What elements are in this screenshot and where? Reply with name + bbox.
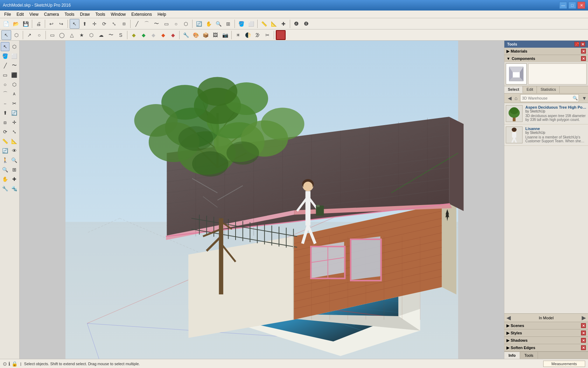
tape-btn[interactable]: 📏 — [259, 19, 268, 28]
circ2-btn[interactable]: ◯ — [57, 30, 66, 40]
circle-btn[interactable]: ○ — [172, 19, 181, 28]
rotate-tool[interactable]: ⟳ — [1, 127, 9, 136]
rect-btn[interactable]: ▭ — [162, 19, 171, 28]
circle-tool[interactable]: ○ — [1, 80, 9, 89]
eraser-tool[interactable]: ⬜ — [10, 52, 19, 61]
maximize-button[interactable]: □ — [568, 2, 576, 9]
paint-btn[interactable]: 🪣 — [237, 19, 246, 28]
bottom-tab-info[interactable]: Info — [504, 352, 520, 359]
open-button[interactable]: 📂 — [11, 19, 20, 28]
eraser-btn[interactable]: ⬜ — [246, 19, 255, 28]
ext-btn1[interactable]: 🅐 — [292, 19, 301, 28]
styles-section-header[interactable]: ▶ Styles ✕ — [504, 329, 588, 337]
zoom-extent-btn[interactable]: ⊞ — [224, 19, 233, 28]
menu-camera[interactable]: Camera — [41, 11, 62, 18]
redo-button[interactable]: ↪ — [57, 19, 66, 28]
tab-statistics[interactable]: Statistics — [537, 86, 560, 93]
scale-tool[interactable]: ⤡ — [10, 127, 19, 136]
push-pull-btn[interactable]: ⬆ — [80, 19, 89, 28]
scenes-section-header[interactable]: ▶ Scenes ✕ — [504, 322, 588, 329]
menu-draw[interactable]: Draw — [77, 11, 93, 18]
rect-tool[interactable]: ▭ — [1, 70, 9, 80]
orbit-btn[interactable]: 🔄 — [194, 19, 203, 28]
view-scene-btn[interactable]: 📷 — [220, 30, 230, 40]
text-tool[interactable]: A — [10, 89, 19, 98]
fill-tool[interactable]: ⬛ — [10, 70, 19, 80]
zoom-window-tool[interactable]: 🔍 — [1, 165, 9, 174]
freehand-tool[interactable]: 〜 — [10, 61, 19, 70]
search-btn[interactable]: 🔍 — [572, 95, 579, 102]
offset-btn[interactable]: ⧈ — [119, 19, 128, 28]
red-swatch-btn[interactable] — [276, 30, 286, 40]
diamond5-btn[interactable]: ◆ — [168, 30, 177, 40]
polygon-btn[interactable]: ⬡ — [181, 19, 190, 28]
polygon-tool[interactable]: ⬡ — [10, 80, 19, 89]
pan-tool[interactable]: ✋ — [1, 175, 9, 184]
menu-edit[interactable]: Edit — [14, 11, 27, 18]
walk-tool[interactable]: 🚶 — [1, 156, 9, 165]
scenes-close[interactable]: ✕ — [581, 323, 586, 328]
paint-tool[interactable]: 🪣 — [1, 52, 9, 61]
materials-header[interactable]: ▶ Materials ✕ — [504, 48, 588, 55]
orbit-tool[interactable]: 🔄 — [1, 146, 9, 155]
rotate-btn[interactable]: ⟳ — [100, 19, 109, 28]
minimize-button[interactable]: — — [559, 2, 567, 9]
menu-view[interactable]: View — [27, 11, 41, 18]
poly2-btn[interactable]: △ — [67, 30, 76, 40]
star-btn[interactable]: ★ — [77, 30, 86, 40]
scale-btn[interactable]: ⤡ — [110, 19, 119, 28]
hex-btn[interactable]: ⬡ — [87, 30, 96, 40]
pan-btn[interactable]: ✋ — [204, 19, 213, 28]
close-button[interactable]: ✕ — [578, 2, 585, 9]
warehouse-search-input[interactable] — [520, 95, 572, 101]
section-btn[interactable]: ✂ — [263, 30, 272, 40]
offset-tool[interactable]: ⧈ — [1, 118, 9, 127]
component-item-tree[interactable]: Aspen Deciduous Tree High Pol... by Sket… — [504, 103, 588, 124]
ext-btn2[interactable]: 🅑 — [302, 19, 311, 28]
component-item-person[interactable]: Lisanne by SketchUp Lisanne is a member … — [504, 124, 588, 146]
components-close-btn[interactable]: ✕ — [581, 56, 586, 61]
menu-tools[interactable]: Tools — [62, 11, 77, 18]
followme-tool[interactable]: 🔄 — [10, 108, 19, 117]
diamond4-btn[interactable]: ◆ — [159, 30, 168, 40]
component-btn[interactable]: ⬡ — [12, 30, 21, 40]
status-icon-2[interactable]: ℹ — [8, 361, 10, 367]
diamond2-btn[interactable]: ◆ — [139, 30, 148, 40]
select-tool[interactable]: ↖ — [1, 42, 9, 51]
menu-file[interactable]: File — [1, 11, 14, 18]
nav-home-btn[interactable]: ⌂ — [513, 95, 519, 101]
sun-btn[interactable]: ☀ — [233, 30, 243, 40]
sshape-btn[interactable]: S — [116, 30, 125, 40]
menu-extensions[interactable]: Extensions — [128, 11, 155, 18]
components-header[interactable]: ▼ Components ✕ — [504, 55, 588, 62]
tape-tool[interactable]: 📏 — [1, 137, 9, 146]
cloud-btn[interactable]: ☁ — [97, 30, 106, 40]
view-style-btn[interactable]: 🖼 — [211, 30, 220, 40]
shadows-close[interactable]: ✕ — [581, 338, 586, 343]
styles-close[interactable]: ✕ — [581, 330, 586, 335]
protractor-tool[interactable]: 📐 — [10, 137, 19, 146]
component-select-tool[interactable]: ⬡ — [10, 42, 19, 51]
shadows-section-header[interactable]: ▶ Shadows ✕ — [504, 337, 588, 344]
panel-back-icon[interactable]: ◀ — [506, 314, 511, 321]
soften-edges-section-header[interactable]: ▶ Soften Edges ✕ — [504, 344, 588, 352]
materials-close-btn[interactable]: ✕ — [581, 49, 586, 54]
rect2-btn[interactable]: ▭ — [48, 30, 57, 40]
addon-tool2[interactable]: 🔩 — [10, 184, 19, 193]
new-button[interactable]: 📄 — [1, 19, 10, 28]
status-icon-1[interactable]: ⊙ — [3, 361, 7, 367]
lasso-btn[interactable]: ○ — [35, 30, 44, 40]
fog-btn[interactable]: 🌫 — [253, 30, 262, 40]
select-tool-btn[interactable]: ↖ — [70, 19, 79, 29]
bottom-tab-tools[interactable]: Tools — [520, 352, 538, 359]
tools-panel-close[interactable]: ✕ — [580, 42, 585, 47]
protractor-btn[interactable]: 📐 — [269, 19, 278, 28]
tab-select[interactable]: Select — [504, 86, 523, 93]
menu-tools2[interactable]: Tools — [93, 11, 108, 18]
zoom-btn[interactable]: 🔍 — [214, 19, 223, 28]
select2-btn[interactable]: ↖ — [1, 30, 11, 40]
options-btn[interactable]: ▼ — [580, 95, 588, 101]
look-around-tool[interactable]: 👁 — [10, 146, 19, 155]
menu-help[interactable]: Help — [155, 11, 169, 18]
arc-tool[interactable]: ⌒ — [1, 89, 9, 98]
